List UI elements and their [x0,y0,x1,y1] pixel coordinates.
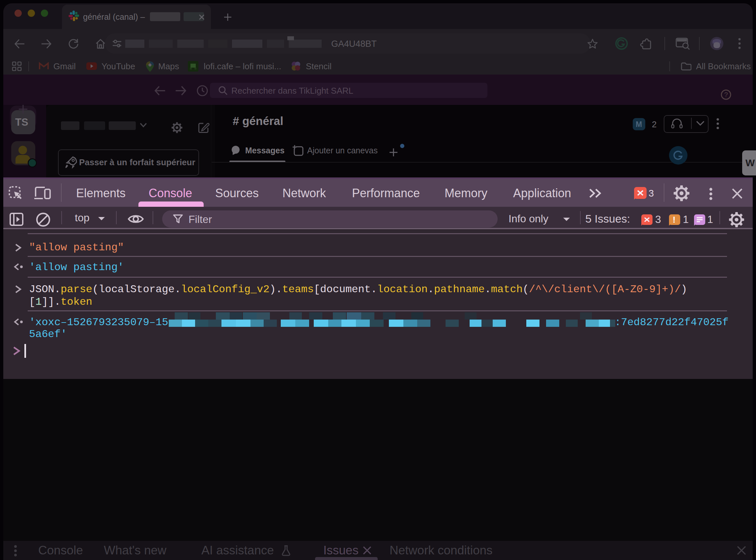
svg-text:?: ? [724,91,728,98]
